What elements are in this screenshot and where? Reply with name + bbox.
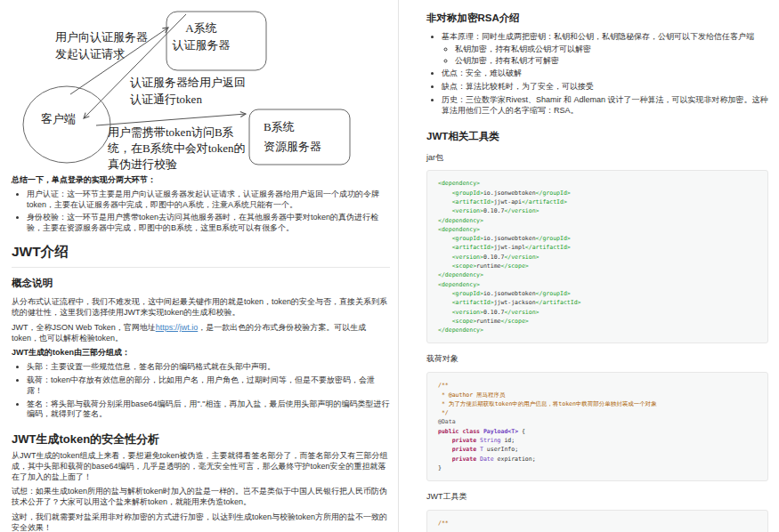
rsa-sublist: 私钥加密，持有私钥或公钥才可以解密 公钥加密，持有私钥才可解密	[442, 44, 768, 67]
access-b-label-1: 用户需携带token访问B系	[108, 125, 234, 139]
text-span: JWT，全称JSON Web Token，官网地址	[12, 323, 156, 332]
auth-request-label-2: 发起认证请求	[55, 47, 125, 60]
parts-lead: JWT生成的token由三部分组成：	[12, 348, 390, 359]
section-title-security: JWT生成token的安全性分析	[12, 431, 390, 447]
list-item: 签名：将头部与载荷分别采用base64编码后，用"."相连，再加入盐，最后使用头…	[27, 399, 390, 421]
list-item: 优点：安全，难以破解	[442, 69, 768, 79]
paragraph: 从分布式认证流程中，我们不难发现，这中间起最关键作用的就是token，token…	[12, 297, 390, 318]
xml-dependencies-code: <dependency> <groupId>io.jsonwebtoken</g…	[426, 170, 768, 343]
list-item: 历史：三位数学家Rivest、Shamir 和 Adleman 设计了一种算法，…	[442, 95, 768, 117]
access-b-label-3: 真伪进行校验	[108, 157, 177, 171]
system-b-label-1: B系统	[264, 120, 295, 133]
auth-request-label-1: 用户向认证服务器	[55, 30, 148, 44]
jar-label: jar包	[426, 153, 768, 164]
list-item: 基本原理：同时生成两把密钥：私钥和公钥，私钥隐秘保存，公钥可以下发给信任客户端 …	[442, 32, 768, 66]
list-item: 身份校验：这一环节是用户携带token去访问其他服务器时，在其他服务器中要对to…	[27, 213, 390, 234]
right-column: 非对称加密RSA介绍 基本原理：同时生成两把密钥：私钥和公钥，私钥隐秘保存，公钥…	[398, 0, 779, 532]
rsa-list: 基本原理：同时生成两把密钥：私钥和公钥，私钥隐秘保存，公钥可以下发给信任客户端 …	[426, 32, 768, 116]
access-b-arrow	[96, 114, 246, 125]
document-page: 客户端 A系统 认证服务器 B系统 资源服务器 用户向认证服务器 发起认证请求 …	[0, 0, 779, 532]
util-label: JWT工具类	[426, 492, 768, 503]
list-item: 头部：主要设置一些规范信息，签名部分的编码格式就在头部中声明。	[27, 362, 390, 373]
client-label: 客户端	[41, 112, 76, 125]
token-parts-list: 头部：主要设置一些规范信息，签名部分的编码格式就在头部中声明。 载荷：token…	[12, 362, 390, 420]
list-item: 公钥加密，持有私钥才可解密	[455, 56, 768, 67]
section-title-jwt-intro: JWT介绍	[12, 243, 390, 268]
section-title-tools: JWT相关工具类	[426, 130, 768, 143]
list-item: 用户认证：这一环节主要是用户向认证服务器发起认证请求，认证服务器给用户返回一个成…	[27, 189, 390, 211]
paragraph: 试想：如果生成token所用的盐与解析token时加入的盐是一样的。岂不是类似于…	[12, 487, 390, 508]
list-item: 载荷：token中存放有效信息的部分，比如用户名，用户角色，过期时间等，但是不要…	[27, 375, 390, 397]
access-b-label-2: 统，在B系统中会对token的	[107, 141, 246, 155]
list-item: 缺点：算法比较耗时，为了安全，可以接受	[442, 82, 768, 93]
paragraph: 从JWT生成的token组成上来看，要想避免token被伪造，主要就得看签名部分…	[12, 451, 390, 482]
summary-list: 用户认证：这一环节主要是用户向认证服务器发起认证请求，认证服务器给用户返回一个成…	[12, 189, 390, 234]
token-return-label-2: 认证通行token	[130, 93, 202, 106]
section-title-concept: 概念说明	[12, 277, 390, 290]
jwt-io-link[interactable]: https://jwt.io	[156, 323, 199, 332]
token-return-label-1: 认证服务器给用户返回	[130, 76, 246, 89]
text-span: 基本原理：同时生成两把密钥：私钥和公钥，私钥隐秘保存，公钥可以下发给信任客户端	[442, 32, 754, 41]
paragraph: JWT，全称JSON Web Token，官网地址https://jwt.io，…	[12, 323, 390, 344]
payload-class-code: /** * @author 黑马程序员 * 为了方便后期获取token中的用户信…	[426, 372, 768, 481]
system-a-label-1: A系统	[185, 21, 216, 35]
jwt-util-code: /**	[426, 510, 768, 532]
section-title-rsa: 非对称加密RSA介绍	[426, 12, 768, 25]
payload-label: 载荷对象	[426, 354, 768, 365]
system-b-label-2: 资源服务器	[264, 140, 321, 153]
system-a-label-2: 认证服务器	[173, 38, 231, 52]
paragraph: 这时，我们就需要对盐采用非对称加密的方式进行加密，以达到生成token与校验to…	[12, 512, 390, 532]
list-item: 私钥加密，持有私钥或公钥才可以解密	[455, 44, 768, 55]
summary-lead: 总结一下，单点登录的实现分两大环节：	[12, 175, 390, 186]
left-column: 客户端 A系统 认证服务器 B系统 资源服务器 用户向认证服务器 发起认证请求 …	[0, 0, 398, 532]
system-b-box	[249, 109, 350, 165]
sso-flow-diagram: 客户端 A系统 认证服务器 B系统 资源服务器 用户向认证服务器 发起认证请求 …	[12, 0, 390, 172]
